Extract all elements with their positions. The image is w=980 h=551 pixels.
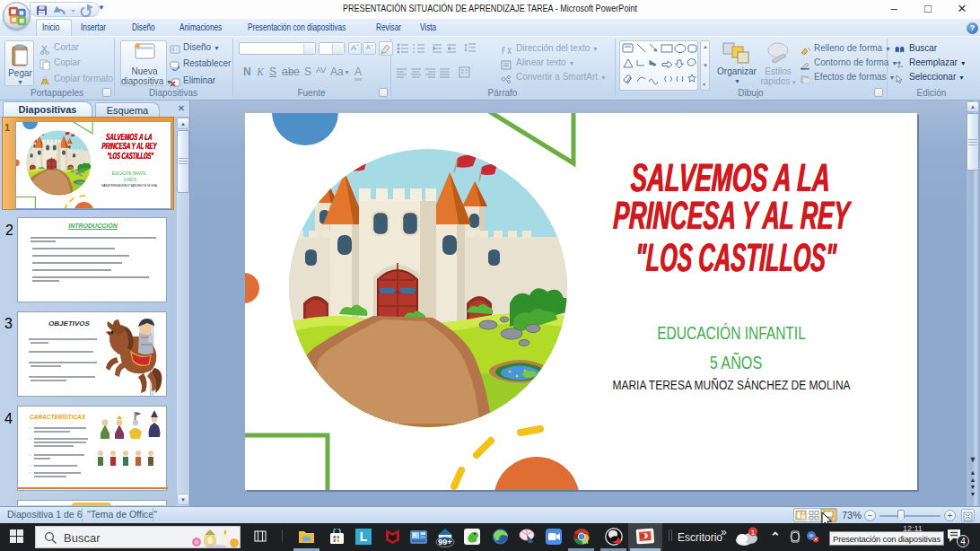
svg-text:1: 1 bbox=[751, 529, 756, 537]
svg-text:99+: 99+ bbox=[438, 538, 451, 547]
svg-text:M: M bbox=[582, 538, 589, 546]
